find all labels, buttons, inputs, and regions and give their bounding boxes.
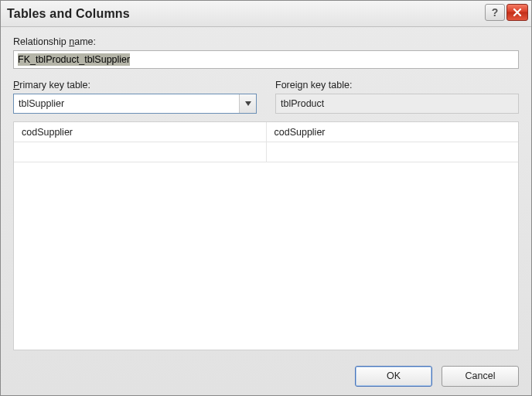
ok-button[interactable]: OK xyxy=(355,366,432,387)
primary-column-cell[interactable] xyxy=(14,142,267,162)
close-button[interactable] xyxy=(506,4,528,21)
table-row[interactable] xyxy=(14,142,518,162)
relationship-name-field-wrap: FK_tblProduct_tblSupplier xyxy=(13,50,519,69)
chevron-down-icon xyxy=(245,101,251,106)
primary-key-table-label: Primary key table: xyxy=(13,80,257,90)
primary-key-table-combo[interactable]: tblSupplier xyxy=(13,94,257,114)
foreign-column-cell[interactable]: codSupplier xyxy=(267,122,519,142)
cancel-button[interactable]: Cancel xyxy=(442,366,519,387)
help-icon: ? xyxy=(492,6,499,19)
primary-column-cell[interactable]: codSupplier xyxy=(14,122,267,142)
foreign-key-table-label: Foreign key table: xyxy=(275,80,519,90)
relationship-name-label: Relationship name: xyxy=(13,36,519,47)
dialog-button-row: OK Cancel xyxy=(1,357,531,395)
foreign-key-table-value: tblProduct xyxy=(275,94,519,114)
titlebar: Tables and Columns ? xyxy=(1,1,531,27)
foreign-column-cell[interactable] xyxy=(267,142,519,162)
key-tables-row: Primary key table: tblSupplier Foreign k… xyxy=(13,80,519,114)
titlebar-buttons: ? xyxy=(485,1,531,26)
primary-key-table-value: tblSupplier xyxy=(14,98,239,109)
close-icon xyxy=(513,8,522,17)
primary-key-table-dropdown-button[interactable] xyxy=(239,94,256,113)
label-part: ame: xyxy=(74,36,96,47)
table-row[interactable]: codSupplier codSupplier xyxy=(14,122,518,142)
dialog-content: Relationship name: FK_tblProduct_tblSupp… xyxy=(1,27,531,357)
primary-key-col: Primary key table: tblSupplier xyxy=(13,80,257,114)
label-part: rimary key table: xyxy=(19,80,90,90)
label-part: Relationship xyxy=(13,36,69,47)
dialog-window: Tables and Columns ? Relationship name: … xyxy=(0,0,532,396)
grid-empty-area xyxy=(14,162,518,350)
foreign-key-col: Foreign key table: tblProduct xyxy=(275,80,519,114)
help-button[interactable]: ? xyxy=(485,4,505,21)
dialog-title: Tables and Columns xyxy=(7,7,485,21)
relationship-name-input[interactable] xyxy=(13,50,519,69)
columns-grid[interactable]: codSupplier codSupplier xyxy=(13,121,519,350)
